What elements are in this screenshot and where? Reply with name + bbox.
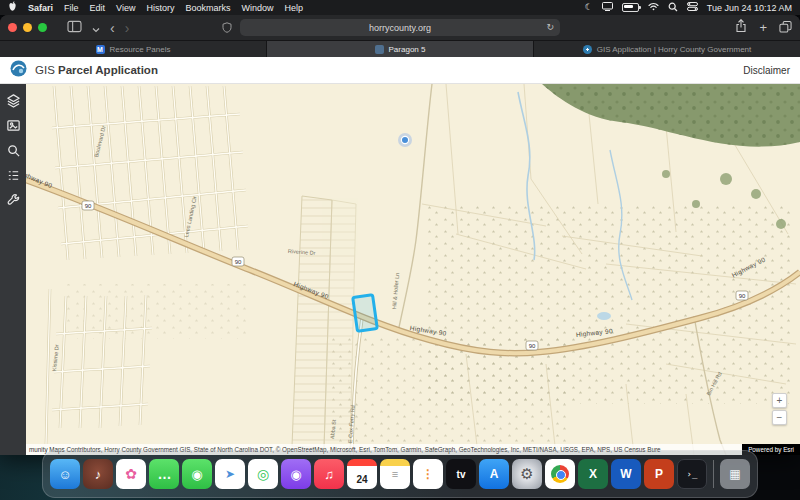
selected-parcel[interactable] bbox=[353, 295, 378, 331]
dock-glyph: ◉ bbox=[191, 467, 202, 482]
dock-glyph: ➤ bbox=[225, 467, 235, 481]
dock-terminal-icon[interactable]: ›_ bbox=[677, 459, 707, 489]
dock-glyph: X bbox=[589, 467, 597, 481]
dock-glyph: A bbox=[490, 467, 499, 481]
fullscreen-window-button[interactable] bbox=[38, 23, 47, 32]
tools-wrench-icon[interactable] bbox=[4, 191, 22, 209]
menu-view[interactable]: View bbox=[116, 3, 135, 13]
apple-menu-icon[interactable] bbox=[8, 1, 17, 14]
gis-logo bbox=[10, 60, 27, 81]
minimize-window-button[interactable] bbox=[23, 23, 32, 32]
tab-resource-panels[interactable]: M Resource Panels bbox=[0, 41, 267, 57]
dock-maps-icon[interactable]: ➤ bbox=[215, 459, 245, 489]
dock-calendar-icon[interactable]: 24 bbox=[347, 459, 377, 489]
dock-garageband-icon[interactable]: ♪ bbox=[83, 459, 113, 489]
route-shield-90: 90 bbox=[736, 291, 748, 300]
sidebar-chevron-icon[interactable] bbox=[92, 19, 100, 37]
dock-podcasts-icon[interactable]: ◉ bbox=[281, 459, 311, 489]
dock-photos-icon[interactable]: ✿ bbox=[116, 459, 146, 489]
page-title: GIS Parcel Application bbox=[35, 64, 158, 76]
app-header: GIS Parcel Application Disclaimer bbox=[0, 57, 800, 84]
dock-excel-icon[interactable]: X bbox=[578, 459, 608, 489]
tab-label: Paragon 5 bbox=[389, 45, 426, 54]
battery-icon[interactable] bbox=[622, 3, 639, 12]
dock-finder-icon[interactable]: ☺ bbox=[50, 459, 80, 489]
dock-reminders-icon[interactable]: ⋮ bbox=[413, 459, 443, 489]
route-shield-90: 90 bbox=[232, 257, 244, 266]
share-icon[interactable] bbox=[735, 19, 747, 37]
basemap-icon[interactable] bbox=[4, 116, 22, 134]
svg-text:90: 90 bbox=[85, 203, 92, 209]
disclaimer-link[interactable]: Disclaimer bbox=[743, 65, 790, 76]
menu-history[interactable]: History bbox=[146, 3, 174, 13]
menu-bookmarks[interactable]: Bookmarks bbox=[185, 3, 230, 13]
dock-glyph: ☺ bbox=[58, 467, 71, 482]
dock-app-store-icon[interactable]: A bbox=[479, 459, 509, 489]
dock-glyph: … bbox=[158, 466, 171, 482]
sidebar-toggle-icon[interactable] bbox=[67, 19, 82, 37]
menubar-clock[interactable]: Tue Jun 24 10:12 AM bbox=[707, 3, 792, 13]
legend-icon[interactable] bbox=[4, 166, 22, 184]
svg-text:90: 90 bbox=[529, 343, 536, 349]
dock-messages-icon[interactable]: … bbox=[149, 459, 179, 489]
tab-bar: M Resource Panels Paragon 5 GIS Applicat… bbox=[0, 40, 800, 57]
privacy-shield-icon[interactable] bbox=[222, 22, 232, 35]
search-icon[interactable] bbox=[4, 141, 22, 159]
url-text: horrycounty.org bbox=[369, 23, 431, 33]
dock-trash-icon[interactable]: ▦ bbox=[720, 459, 750, 489]
reload-icon[interactable]: ↻ bbox=[546, 22, 554, 32]
dock-glyph: 24 bbox=[356, 474, 367, 485]
dock-glyph: ›_ bbox=[687, 469, 698, 479]
close-window-button[interactable] bbox=[8, 23, 17, 32]
map-container[interactable]: 90 90 90 90 bbox=[26, 84, 800, 455]
zoom-in-button[interactable]: + bbox=[772, 393, 787, 408]
dock-find-my-icon[interactable]: ◎ bbox=[248, 459, 278, 489]
dock-chrome-icon[interactable] bbox=[545, 459, 575, 489]
dock-word-icon[interactable]: W bbox=[611, 459, 641, 489]
dock-glyph: tv bbox=[457, 469, 466, 480]
dock-glyph: ▦ bbox=[729, 467, 740, 481]
spotlight-search-icon[interactable] bbox=[668, 2, 678, 14]
dock-settings-icon[interactable]: ⚙ bbox=[512, 459, 542, 489]
tab-paragon-5[interactable]: Paragon 5 bbox=[267, 41, 534, 57]
address-bar[interactable]: horrycounty.org ↻ bbox=[240, 19, 560, 36]
route-shield-90: 90 bbox=[82, 201, 94, 210]
route-shield-90: 90 bbox=[526, 341, 538, 350]
back-button[interactable]: ‹ bbox=[110, 21, 115, 35]
dock-facetime-icon[interactable]: ◉ bbox=[182, 459, 212, 489]
dock-music-icon[interactable]: ♫ bbox=[314, 459, 344, 489]
macos-dock: ☺ ♪ ✿ … ◉ ➤ ◎ ◉ ♫ 24 ≡ ⋮ tv A ⚙ X W P ›_… bbox=[42, 450, 758, 498]
dock-glyph: ⚙ bbox=[520, 465, 533, 483]
page-title-prefix: GIS bbox=[35, 64, 55, 76]
menu-window[interactable]: Window bbox=[241, 3, 273, 13]
menu-help[interactable]: Help bbox=[284, 3, 303, 13]
tab-gis-application[interactable]: GIS Application | Horry County Governmen… bbox=[534, 41, 800, 57]
dock-tv-icon[interactable]: tv bbox=[446, 459, 476, 489]
wifi-icon[interactable] bbox=[648, 2, 659, 13]
dock-glyph: ≡ bbox=[392, 468, 398, 480]
dock-glyph: P bbox=[655, 467, 663, 481]
control-center-icon[interactable] bbox=[687, 2, 698, 13]
dock-powerpoint-icon[interactable]: P bbox=[644, 459, 674, 489]
dock-glyph: ◎ bbox=[257, 466, 269, 482]
dock-notes-icon[interactable]: ≡ bbox=[380, 459, 410, 489]
menubar-app-name[interactable]: Safari bbox=[28, 3, 53, 13]
tab-overview-icon[interactable] bbox=[779, 19, 792, 37]
zoom-out-button[interactable]: − bbox=[772, 410, 787, 425]
location-marker[interactable] bbox=[398, 133, 412, 147]
browser-toolbar: ‹ › horrycounty.org ↻ + bbox=[0, 15, 800, 40]
safari-window: ‹ › horrycounty.org ↻ + M Resource Panel… bbox=[0, 15, 800, 455]
map-tool-sidebar bbox=[0, 84, 26, 455]
screen-mirroring-icon[interactable] bbox=[602, 2, 613, 13]
dock-divider bbox=[713, 460, 714, 488]
macos-menubar: Safari File Edit View History Bookmarks … bbox=[0, 0, 800, 15]
menu-edit[interactable]: Edit bbox=[90, 3, 106, 13]
tab-label: Resource Panels bbox=[110, 45, 171, 54]
map-canvas[interactable]: 90 90 90 90 bbox=[26, 84, 800, 455]
tab-label: GIS Application | Horry County Governmen… bbox=[597, 45, 752, 54]
menu-file[interactable]: File bbox=[64, 3, 79, 13]
layers-icon[interactable] bbox=[4, 91, 22, 109]
new-tab-button[interactable]: + bbox=[759, 21, 767, 34]
focus-moon-icon[interactable]: ☾ bbox=[585, 3, 593, 12]
forward-button[interactable]: › bbox=[125, 21, 130, 35]
